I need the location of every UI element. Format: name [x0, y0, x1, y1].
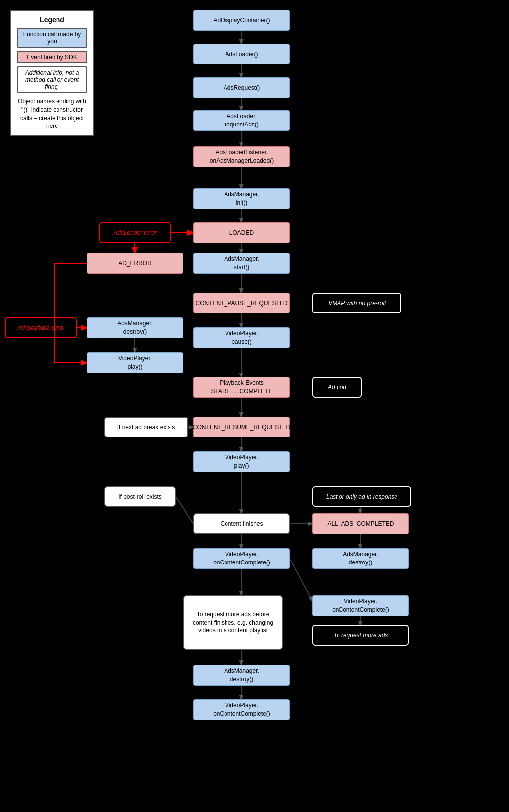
legend-title: Legend: [17, 16, 87, 24]
box-AD_ERROR: AD_ERROR: [87, 253, 183, 274]
legend-blue-box: Function call made by you: [17, 28, 87, 48]
box-AdDisplayContainer: AdDisplayContainer(): [193, 10, 290, 31]
box-ToRequestMoreAdsLabel: To request more ads: [312, 625, 409, 646]
box-CONTENT_RESUME_REQUESTED: CONTENT_RESUME_REQUESTED: [193, 417, 290, 437]
box-VideoPlayerOnContentComplete1: VideoPlayer.onContentComplete(): [193, 548, 290, 569]
box-VMAP_no_preroll: VMAP with no pre-roll: [312, 293, 401, 313]
box-AdsLoaderRequestAds: AdsLoader.requestAds(): [193, 110, 290, 131]
box-LastOrOnlyAd: Last or only ad in response: [312, 486, 411, 507]
box-VideoPlayerOnContentComplete2: VideoPlayer.onContentComplete(): [312, 595, 409, 616]
box-VideoPlayerPlay1: VideoPlayer.play(): [87, 352, 183, 373]
box-CONTENT_PAUSE_REQUESTED: CONTENT_PAUSE_REQUESTED: [193, 293, 290, 313]
box-VideoPlayerPlay2: VideoPlayer.play(): [193, 451, 290, 472]
box-AdsLoadedListener: AdsLoadedListener.onAdsManagerLoaded(): [193, 146, 290, 167]
box-ALL_ADS_COMPLETED: ALL_ADS_COMPLETED: [312, 513, 409, 534]
box-LOADED: LOADED: [193, 222, 290, 243]
legend: Legend Function call made by you Event f…: [10, 10, 94, 136]
legend-italic-box: Additional info, not a method call or ev…: [17, 66, 87, 93]
box-IfPostRollExists: If post-roll exists: [104, 486, 176, 507]
box-VideoPlayerOnContentComplete3: VideoPlayer.onContentComplete(): [193, 699, 290, 720]
box-AdPlaybackError: Ad playback error: [5, 317, 77, 338]
box-AdsManagerInit: AdsManager.init(): [193, 188, 290, 209]
box-AdsLoader: AdsLoader(): [193, 44, 290, 64]
diagram-container: Legend Function call made by you Event f…: [0, 0, 509, 812]
svg-line-27: [290, 559, 312, 601]
box-PlaybackEvents: Playback EventsSTART . . .COMPLETE: [193, 377, 290, 398]
box-ToRequestMoreAds: To request more ads before content finis…: [183, 595, 283, 650]
box-VideoPlayerPause: VideoPlayer.pause(): [193, 327, 290, 348]
box-AdsLoaderError: AdsLoader error: [99, 222, 171, 243]
box-AdPod: Ad pod: [312, 377, 362, 398]
legend-note: Object names ending with "()" indicate c…: [17, 97, 87, 130]
box-AdsRequest: AdsRequest(): [193, 77, 290, 98]
box-IfNextAdBreak: If next ad break exists: [104, 417, 188, 437]
box-AdsManagerStart: AdsManager.start(): [193, 253, 290, 274]
svg-line-25: [176, 497, 193, 524]
box-AdsManagerDestroy2: AdsManager.destroy(): [312, 548, 409, 569]
box-AdsManagerDestroy: AdsManager.destroy(): [87, 317, 183, 338]
legend-pink-box: Event fired by SDK: [17, 51, 87, 63]
box-ContentFinishes: Content finishes: [193, 513, 290, 534]
box-AdsManagerDestroy3: AdsManager.destroy(): [193, 665, 290, 686]
